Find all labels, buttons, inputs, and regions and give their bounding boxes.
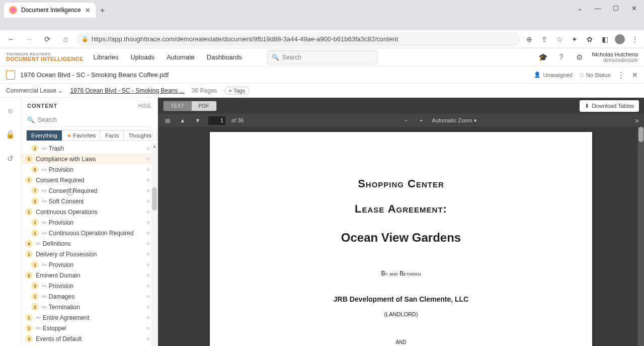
favorite-star-icon[interactable]: ★ — [145, 166, 151, 173]
tree-item[interactable]: 5Compliance with Laws★ — [21, 154, 151, 164]
viewer-scroll-thumb[interactable] — [638, 127, 643, 142]
tree-item[interactable]: 1AaContinuous Operation Required★ — [21, 228, 151, 238]
favorite-star-icon[interactable]: ★ — [145, 208, 151, 216]
tab-facts[interactable]: Facts — [101, 130, 124, 141]
tab-thoughts[interactable]: Thoughts — [124, 130, 156, 141]
favorite-star-icon[interactable]: ★ — [145, 293, 151, 300]
sync-icon[interactable]: ◧ — [600, 34, 610, 44]
scroll-up-icon[interactable]: ▲ — [151, 143, 157, 149]
rail-activity-icon[interactable]: ⎋ — [5, 105, 16, 116]
zoom-select[interactable]: Automatic Zoom ▾ — [432, 117, 477, 124]
zoom-in-icon[interactable]: + — [417, 117, 426, 123]
tree-item[interactable]: 1AaEstoppel★ — [21, 323, 151, 333]
status-chip[interactable]: No Status — [580, 72, 610, 78]
zoom-out-icon[interactable]: − — [401, 117, 411, 123]
reload-button[interactable]: ⟳ — [40, 32, 54, 46]
zoom-icon[interactable]: ⊕ — [524, 34, 534, 44]
chevron-down-icon[interactable]: ⌄ — [574, 2, 586, 14]
tree-item[interactable]: 3AaProvision★ — [21, 281, 151, 291]
favorite-star-icon[interactable]: ★ — [145, 303, 151, 311]
download-tables-button[interactable]: ⬇ Download Tables — [580, 100, 639, 112]
favorite-star-icon[interactable]: ★ — [145, 314, 151, 321]
scroll-thumb[interactable] — [152, 187, 157, 211]
tree-item[interactable]: 2AaTermination★ — [21, 302, 151, 312]
assign-chip[interactable]: 👤 Unassigned — [534, 72, 573, 78]
forward-button[interactable]: → — [22, 32, 36, 46]
doc-type-dropdown[interactable]: Commercial Lease ⌄ — [6, 87, 63, 94]
help-icon[interactable]: ？ — [555, 52, 567, 63]
nav-automate[interactable]: Automate — [167, 53, 195, 61]
tree-item[interactable]: 1AaEntire Agreement★ — [21, 312, 151, 323]
breadcrumb-link[interactable]: 1976 Ocean Blvd - SC - Smoking Beans ... — [70, 87, 184, 94]
tree-item[interactable]: 1Delivery of Possession★ — [21, 249, 151, 259]
sidebar-toggle-icon[interactable]: ▤ — [163, 117, 172, 124]
tree-item[interactable]: 2AaTrash★ — [21, 143, 151, 154]
nav-libraries[interactable]: Libraries — [94, 53, 119, 61]
hide-button[interactable]: HIDE — [138, 103, 151, 109]
favorite-star-icon[interactable]: ★ — [145, 282, 151, 290]
favorite-star-icon[interactable]: ★ — [145, 155, 151, 163]
close-doc-icon[interactable]: ✕ — [632, 71, 638, 79]
app-search[interactable]: 🔍 Search — [267, 50, 378, 64]
tree-item[interactable]: 1AaProvision★ — [21, 217, 151, 228]
page-up-icon[interactable]: ▲ — [178, 117, 187, 123]
favorite-star-icon[interactable]: ★ — [145, 261, 151, 268]
tab-everything[interactable]: Everything — [27, 130, 62, 141]
rail-lock-icon[interactable]: 🔒 — [5, 129, 16, 140]
new-tab-button[interactable]: + — [96, 4, 110, 18]
settings-icon[interactable]: ⚙ — [574, 52, 585, 63]
home-button[interactable]: ⌂ — [58, 32, 72, 46]
profile-avatar[interactable] — [615, 34, 625, 44]
share-icon[interactable]: ⇪ — [539, 34, 549, 44]
sidebar-search[interactable]: 🔍 Search — [27, 113, 151, 127]
favorite-star-icon[interactable]: ★ — [145, 197, 151, 205]
favorite-star-icon[interactable]: ★ — [145, 250, 151, 258]
page-down-icon[interactable]: ▼ — [193, 117, 202, 123]
favorite-star-icon[interactable]: ★ — [145, 229, 151, 237]
favorite-star-icon[interactable]: ★ — [145, 240, 151, 247]
url-field[interactable]: 🔒 https://app.thoughttrace.com/demoreale… — [76, 32, 520, 46]
star-icon[interactable]: ☆ — [554, 34, 565, 44]
favorite-star-icon[interactable]: ★ — [145, 176, 151, 184]
tree-item[interactable]: 7Consent Required★ — [21, 175, 151, 185]
toggle-pdf[interactable]: PDF — [192, 101, 217, 111]
browser-tab[interactable]: Document Intelligence ✕ — [4, 3, 96, 18]
more-menu-icon[interactable]: ⋮ — [617, 71, 625, 80]
add-tags-button[interactable]: + Tags — [224, 87, 250, 95]
viewer-scrollbar[interactable] — [638, 127, 644, 346]
tree-item[interactable]: 3AaProvision★ — [21, 344, 151, 346]
favorite-star-icon[interactable]: ★ — [145, 271, 151, 279]
puzzle-icon[interactable]: ✦ — [570, 34, 580, 44]
back-button[interactable]: ← — [4, 32, 18, 46]
tree-item[interactable]: 4AaDefinitions★ — [21, 238, 151, 249]
favorite-star-icon[interactable]: ★ — [145, 145, 151, 152]
minimize-icon[interactable]: — — [592, 2, 604, 14]
page-input[interactable] — [208, 116, 225, 125]
tab-favorites[interactable]: ★Favorites — [62, 130, 101, 141]
tree-item[interactable]: 3Events of Default★ — [21, 333, 151, 344]
kebab-icon[interactable]: ⋮ — [630, 34, 640, 44]
maximize-icon[interactable]: ☐ — [610, 2, 622, 14]
graduation-icon[interactable]: 🎓 — [537, 52, 548, 63]
favorite-star-icon[interactable]: ★ — [145, 324, 151, 332]
tree-item[interactable]: 1AaProvision★ — [21, 259, 151, 270]
rail-history-icon[interactable]: ↺ — [5, 153, 16, 164]
tree-item[interactable]: 2AaSoft Consent★ — [21, 196, 151, 206]
sidebar-scrollbar[interactable]: ▲ ▼ — [151, 143, 157, 346]
tree-item[interactable]: 1Continuous Operations★ — [21, 206, 151, 217]
nav-dashboards[interactable]: Dashboards — [207, 53, 242, 61]
tree-item[interactable]: 1AaDamages★ — [21, 291, 151, 302]
close-window-icon[interactable]: ✕ — [628, 2, 640, 14]
nav-uploads[interactable]: Uploads — [130, 53, 154, 61]
favorite-star-icon[interactable]: ★ — [145, 219, 151, 226]
favorite-star-icon[interactable]: ★ — [145, 335, 151, 342]
user-block[interactable]: Nicholas Hutchens demorealestate — [592, 51, 638, 63]
toggle-text[interactable]: TEXT — [164, 101, 192, 111]
tree-item[interactable]: 5AaProvision★ — [21, 164, 151, 175]
brand[interactable]: THOMSON REUTERS DOCUMENT INTELLIGENCE — [6, 52, 84, 62]
tree-item[interactable]: 2Eminent Domain★ — [21, 270, 151, 281]
tab-close-icon[interactable]: ✕ — [85, 7, 91, 14]
favorite-star-icon[interactable]: ★ — [145, 187, 151, 194]
expand-tools-icon[interactable]: » — [635, 116, 639, 124]
extensions-icon[interactable]: ✿ — [585, 34, 595, 44]
